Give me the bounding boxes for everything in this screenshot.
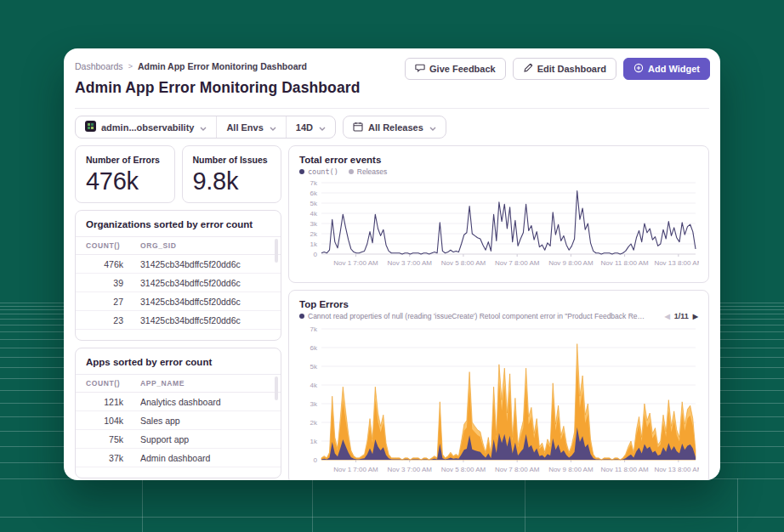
page-filter-group: admin...observability All Envs 14D <box>75 116 336 139</box>
header: Dashboards > Admin App Error Monitoring … <box>64 48 720 109</box>
total-error-events-chart[interactable]: 01k2k3k4k5k6k7kNov 1 7:00 AMNov 3 7:00 A… <box>299 179 699 269</box>
background-grid-line <box>0 517 784 518</box>
column-header-count: COUNT() <box>86 379 123 388</box>
svg-text:Nov 5 8:00 AM: Nov 5 8:00 AM <box>441 466 486 473</box>
header-divider <box>75 108 709 109</box>
feedback-bubble-icon <box>415 63 425 75</box>
chart-legend: Cannot read properties of null (reading … <box>299 312 698 320</box>
svg-text:6k: 6k <box>310 344 318 352</box>
date-range-filter[interactable]: 14D <box>286 116 335 138</box>
svg-text:Nov 11 8:00 AM: Nov 11 8:00 AM <box>600 259 649 267</box>
table-row[interactable]: 2731425cb34bdffc5f20dd6c <box>76 292 281 311</box>
table-row[interactable]: 121kAnalytics dashboard <box>76 393 281 411</box>
date-range-filter-label: 14D <box>296 122 313 133</box>
give-feedback-button[interactable]: Give Feedback <box>405 58 506 80</box>
breadcrumb-current: Admin App Error Monitoring Dashboard <box>138 61 307 71</box>
legend-top-error[interactable]: Cannot read properties of null (reading … <box>299 312 648 320</box>
give-feedback-label: Give Feedback <box>429 64 496 74</box>
svg-text:1k: 1k <box>310 438 318 445</box>
widget-organizations-table: Organizations sorted by error count COUN… <box>75 210 281 341</box>
legend-dot <box>299 169 304 174</box>
edit-dashboard-label: Edit Dashboard <box>537 64 606 74</box>
svg-text:Nov 9 8:00 AM: Nov 9 8:00 AM <box>548 466 594 473</box>
cell-value: 31425cb34bdffc5f20dd6c <box>140 259 270 269</box>
column-header-org-sid: ORG_SID <box>140 241 270 250</box>
svg-text:1k: 1k <box>310 241 318 248</box>
chart-title: Total error events <box>299 155 698 165</box>
svg-text:4k: 4k <box>310 210 318 218</box>
widget-title: Apps sorted by error count <box>76 348 281 374</box>
pagination-count: 1/11 <box>674 312 689 320</box>
cell-value: 31425cb34bdffc5f20dd6c <box>140 278 270 288</box>
header-actions: Give Feedback Edit Dashboard Add Widget <box>405 58 710 80</box>
cell-count: 104k <box>86 416 123 426</box>
releases-filter-label: All Releases <box>368 122 423 133</box>
svg-text:Nov 5 8:00 AM: Nov 5 8:00 AM <box>441 259 486 267</box>
svg-text:Nov 1 7:00 AM: Nov 1 7:00 AM <box>333 466 378 473</box>
previous-page-icon[interactable]: ◀ <box>665 313 670 320</box>
page-title: Admin App Error Monitoring Dashboard <box>75 79 709 97</box>
widget-number-of-issues[interactable]: Number of Issues 9.8k <box>182 145 282 203</box>
scrollbar[interactable] <box>275 239 278 263</box>
table-row[interactable]: 75kSupport app <box>76 430 281 449</box>
cell-value: 31425cb34bdffc5f20dd6c <box>140 315 270 325</box>
svg-text:Nov 3 7:00 AM: Nov 3 7:00 AM <box>387 259 432 267</box>
chevron-down-icon <box>270 122 276 133</box>
cell-count: 476k <box>86 259 123 269</box>
stat-label: Number of Issues <box>193 155 271 165</box>
table-row[interactable]: 3931425cb34bdffc5f20dd6c <box>76 274 281 292</box>
svg-text:5k: 5k <box>310 200 318 207</box>
chevron-down-icon <box>200 122 207 133</box>
svg-text:Nov 7 8:00 AM: Nov 7 8:00 AM <box>495 466 540 473</box>
cell-count: 75k <box>86 434 123 444</box>
column-header-app-name: APP_NAME <box>140 379 270 388</box>
edit-dashboard-button[interactable]: Edit Dashboard <box>513 58 616 80</box>
legend-label: count() <box>308 167 338 176</box>
svg-text:Nov 3 7:00 AM: Nov 3 7:00 AM <box>387 466 432 473</box>
table-row[interactable]: 104kSales app <box>76 411 281 430</box>
environment-filter[interactable]: All Envs <box>216 116 285 138</box>
project-filter[interactable]: admin...observability <box>76 116 216 138</box>
table-header: COUNT() APP_NAME <box>76 374 281 393</box>
table-row[interactable]: 476k31425cb34bdffc5f20dd6c <box>76 255 281 274</box>
background-grid-line <box>312 478 313 532</box>
cell-value: Sales app <box>140 416 270 426</box>
widget-apps-table: Apps sorted by error count COUNT() APP_N… <box>75 348 281 478</box>
cell-value: Support app <box>140 434 270 444</box>
cell-value: Admin dashboard <box>140 453 270 463</box>
legend-releases[interactable]: Releases <box>349 167 387 176</box>
legend-label: Releases <box>357 167 387 176</box>
cell-value: Analytics dashboard <box>140 397 270 407</box>
widget-total-error-events[interactable]: Total error events count() Releases 01k2… <box>288 145 709 283</box>
svg-text:2k: 2k <box>310 419 318 427</box>
table-header: COUNT() ORG_SID <box>76 236 281 255</box>
svg-text:Nov 11 8:00 AM: Nov 11 8:00 AM <box>600 466 649 473</box>
dashboard-grid: Number of Errors 476k Number of Issues 9… <box>64 144 720 480</box>
table-row[interactable]: 2331425cb34bdffc5f20dd6c <box>76 311 281 330</box>
add-widget-button[interactable]: Add Widget <box>623 58 710 80</box>
svg-text:7k: 7k <box>310 325 318 333</box>
breadcrumb-separator: > <box>128 62 133 71</box>
widget-top-errors[interactable]: Top Errors Cannot read properties of nul… <box>288 290 709 480</box>
cell-count: 37k <box>86 453 123 463</box>
scrollbar[interactable] <box>275 376 278 400</box>
next-page-icon[interactable]: ▶ <box>693 313 698 320</box>
chevron-down-icon <box>319 122 326 133</box>
svg-text:Nov 7 8:00 AM: Nov 7 8:00 AM <box>495 259 540 267</box>
legend-label: Cannot read properties of null (reading … <box>308 312 648 320</box>
cell-count: 121k <box>86 397 123 407</box>
widget-number-of-errors[interactable]: Number of Errors 476k <box>75 145 175 203</box>
releases-filter[interactable]: All Releases <box>344 116 446 138</box>
svg-text:Nov 1 7:00 AM: Nov 1 7:00 AM <box>333 259 378 267</box>
legend-dot <box>349 169 354 174</box>
top-errors-chart[interactable]: 01k2k3k4k5k6k7kNov 1 7:00 AMNov 3 7:00 A… <box>299 324 699 477</box>
table-row[interactable]: 37kAdmin dashboard <box>76 449 281 467</box>
legend-count[interactable]: count() <box>299 167 338 176</box>
chart-legend: count() Releases <box>299 167 698 176</box>
breadcrumb-dashboards-link[interactable]: Dashboards <box>75 61 123 71</box>
project-avatar-icon <box>85 121 96 133</box>
stat-value: 476k <box>86 167 164 195</box>
cell-count: 23 <box>86 315 123 325</box>
svg-text:2k: 2k <box>310 230 318 238</box>
project-filter-label: admin...observability <box>101 122 194 133</box>
